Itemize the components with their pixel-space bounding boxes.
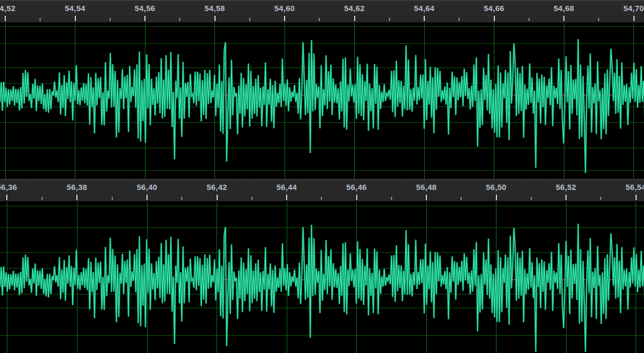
waveform-trace (0, 224, 644, 352)
minor-tick (42, 197, 43, 200)
major-tick (144, 16, 145, 21)
time-label: 54,56 (134, 4, 155, 12)
major-tick (217, 195, 218, 200)
major-tick (424, 16, 425, 21)
minor-tick (110, 18, 111, 21)
major-tick (565, 195, 567, 200)
time-label: 54,60 (274, 4, 295, 12)
minor-tick (458, 18, 460, 21)
waveform-panel-1[interactable] (0, 23, 644, 179)
major-tick (496, 195, 497, 200)
waveform-trace (0, 39, 644, 173)
time-label: 56,36 (0, 183, 17, 191)
time-label: 54,62 (344, 4, 365, 12)
minor-tick (251, 197, 252, 200)
minor-tick (529, 18, 530, 21)
time-label: 54,58 (204, 4, 225, 12)
major-tick (563, 16, 564, 21)
major-tick (214, 16, 216, 21)
minor-tick (389, 18, 390, 21)
minor-tick (40, 18, 41, 21)
major-tick (633, 16, 635, 21)
minor-tick (598, 18, 599, 21)
minor-tick (321, 197, 322, 200)
minor-tick (391, 197, 392, 200)
time-label: 54,68 (553, 4, 574, 12)
major-tick (5, 16, 6, 21)
time-label: 54,70 (623, 4, 644, 12)
minor-tick (600, 197, 601, 200)
time-label: 54,66 (484, 4, 504, 12)
waveform-panel-2[interactable] (0, 202, 644, 353)
major-tick (494, 16, 495, 21)
major-tick (284, 16, 285, 21)
time-label: 56,46 (346, 183, 367, 191)
timeline-ruler-1[interactable]: 54,5254,5454,5654,5854,6054,6254,6454,66… (0, 0, 644, 23)
major-tick (426, 195, 427, 200)
time-label: 56,50 (486, 183, 506, 191)
timeline-ruler-2[interactable]: 56,3656,3856,4056,4256,4456,4656,4856,50… (0, 179, 644, 202)
major-tick (76, 195, 77, 200)
major-tick (6, 195, 7, 200)
major-tick (356, 195, 357, 200)
minor-tick (179, 18, 180, 21)
audio-editor-view: 54,5254,5454,5654,5854,6054,6254,6454,66… (0, 0, 644, 353)
time-label: 56,48 (416, 183, 436, 191)
major-tick (75, 16, 76, 21)
minor-tick (319, 18, 320, 21)
major-tick (147, 195, 148, 200)
major-tick (286, 195, 287, 200)
time-label: 56,52 (555, 183, 576, 191)
major-tick (354, 16, 355, 21)
minor-tick (249, 18, 250, 21)
time-label: 56,38 (66, 183, 87, 191)
minor-tick (531, 197, 532, 200)
time-label: 54,64 (414, 4, 434, 12)
time-label: 56,54 (626, 183, 644, 191)
time-label: 56,40 (136, 183, 157, 191)
time-label: 56,44 (276, 183, 297, 191)
minor-tick (112, 197, 113, 200)
major-tick (636, 195, 637, 200)
time-label: 54,52 (0, 4, 16, 12)
time-label: 56,42 (207, 183, 227, 191)
minor-tick (461, 197, 462, 200)
time-label: 54,54 (65, 4, 85, 12)
minor-tick (181, 197, 182, 200)
